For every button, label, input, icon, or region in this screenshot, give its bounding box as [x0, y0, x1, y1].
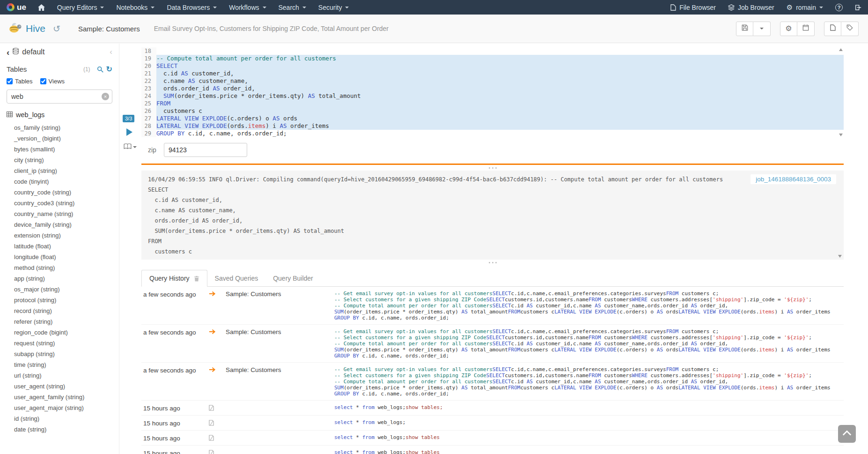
clear-search-icon[interactable]: × — [102, 93, 109, 100]
scroll-down-icon[interactable] — [839, 134, 843, 136]
editor-line[interactable]: 26 customers c — [141, 107, 844, 115]
refresh-icon[interactable]: ↻ — [106, 66, 112, 73]
history-query-name[interactable]: Sample: Customers — [226, 328, 334, 335]
query-title[interactable]: Sample: Customers — [78, 25, 140, 33]
tags-button[interactable] — [841, 22, 859, 36]
history-query-name[interactable]: Sample: Customers — [226, 290, 334, 298]
resize-grip[interactable] — [141, 165, 844, 171]
file-browser-link[interactable]: File Browser — [664, 0, 722, 15]
table-search-icon[interactable] — [97, 66, 103, 73]
editor-line[interactable]: 21 c.id AS customer_id, — [141, 70, 844, 77]
column-item[interactable]: bytes (smallint) — [7, 144, 112, 155]
column-item[interactable]: device_family (string) — [7, 219, 112, 230]
format-menu-button[interactable] — [124, 143, 137, 151]
column-item[interactable]: app (string) — [7, 273, 112, 284]
editor-line[interactable]: 19-- Compute total amount per order for … — [141, 55, 844, 62]
column-item[interactable]: request (string) — [7, 338, 112, 349]
column-item[interactable]: os_family (string) — [7, 122, 112, 133]
job-browser-link[interactable]: Job Browser — [722, 0, 780, 15]
column-item[interactable]: user_agent (string) — [7, 381, 112, 392]
save-button[interactable] — [736, 22, 753, 36]
query-history-icon[interactable]: ↺ — [53, 23, 60, 34]
history-query-name[interactable]: Sample: Customers — [226, 366, 334, 373]
table-item-web-logs[interactable]: web_logs — [7, 111, 112, 119]
editor-line[interactable]: 29GROUP BY c.id, c.name, ords.order_id; — [141, 130, 844, 137]
save-options-button[interactable] — [753, 22, 771, 36]
tab-query-history[interactable]: Query History — [141, 270, 207, 287]
nav-menu-search[interactable]: Search — [272, 0, 312, 15]
editor-line[interactable]: 25FROM — [141, 100, 844, 107]
nav-menu-workflows[interactable]: Workflows — [223, 0, 272, 15]
column-item[interactable]: date (string) — [7, 424, 112, 435]
user-menu[interactable]: ⚙ romain — [780, 0, 829, 15]
column-item[interactable]: method (string) — [7, 262, 112, 273]
scroll-to-top-button[interactable] — [838, 425, 856, 443]
table-search-input[interactable] — [7, 89, 112, 104]
tab-query-builder[interactable]: Query Builder — [265, 270, 321, 286]
log-scroll-down-icon[interactable] — [838, 255, 842, 258]
collapse-sidebar-icon[interactable]: ‹ — [110, 47, 112, 57]
column-item[interactable]: country_code3 (string) — [7, 198, 112, 208]
logout-button[interactable] — [849, 0, 868, 15]
history-row[interactable]: 15 hours agoselect * from web_logs; — [141, 416, 844, 431]
job-link[interactable]: job_1461888648136_0003 — [750, 174, 836, 184]
column-item[interactable]: extension (string) — [7, 230, 112, 241]
editor-line[interactable]: 24 SUM(order_items.price * order_items.q… — [141, 92, 844, 100]
column-item[interactable]: region_code (bigint) — [7, 327, 112, 338]
column-item[interactable]: country_code (string) — [7, 187, 112, 198]
editor-line[interactable]: 28LATERAL VIEW EXPLODE(ords.items) i AS … — [141, 122, 844, 130]
history-row[interactable]: 15 hours agoselect * from web_logs;show … — [141, 401, 844, 416]
code-editor[interactable]: 1819-- Compute total amount per order fo… — [141, 47, 844, 137]
scroll-up-icon[interactable] — [839, 48, 843, 51]
history-row[interactable]: a few seconds agoSample: Customers-- Get… — [141, 363, 844, 401]
settings-button[interactable]: ⚙ — [780, 22, 797, 36]
editor-line[interactable]: 22 c.name AS customer_name, — [141, 77, 844, 85]
tables-checkbox[interactable] — [7, 78, 13, 84]
column-item[interactable]: record (string) — [7, 305, 112, 316]
column-item[interactable]: id (string) — [7, 413, 112, 424]
help-button[interactable]: ? — [829, 0, 849, 15]
resize-grip[interactable] — [141, 260, 844, 265]
history-row[interactable]: a few seconds agoSample: Customers-- Get… — [141, 287, 844, 325]
column-item[interactable]: user_agent_family (string) — [7, 392, 112, 402]
home-button[interactable] — [32, 0, 51, 15]
nav-menu-query-editors[interactable]: Query Editors — [51, 0, 110, 15]
new-query-button[interactable] — [824, 22, 841, 36]
nav-menu-security[interactable]: Security — [312, 0, 355, 15]
nav-menu-data-browsers[interactable]: Data Browsers — [161, 0, 223, 15]
app-name[interactable]: Hive — [26, 23, 45, 34]
column-item[interactable]: protocol (string) — [7, 295, 112, 305]
history-row[interactable]: 15 hours agoselect * from web_logs;show … — [141, 431, 844, 446]
column-item[interactable]: city (string) — [7, 155, 112, 165]
column-item[interactable]: referer (string) — [7, 316, 112, 327]
column-item[interactable]: longitude (float) — [7, 252, 112, 262]
editor-line[interactable]: 18 — [141, 47, 844, 55]
execute-button[interactable] — [126, 128, 132, 136]
column-item[interactable]: subapp (string) — [7, 349, 112, 359]
column-item[interactable]: os_major (string) — [7, 284, 112, 295]
column-item[interactable]: _version_ (bigint) — [7, 133, 112, 144]
tab-saved-queries[interactable]: Saved Queries — [207, 270, 266, 286]
trash-icon[interactable] — [194, 275, 199, 282]
filter-tables[interactable]: Tables — [7, 78, 33, 85]
database-name[interactable]: default — [22, 48, 44, 56]
history-row[interactable]: a few seconds agoSample: Customers-- Get… — [141, 325, 844, 363]
back-icon[interactable]: ‹ — [7, 48, 9, 57]
nav-menu-notebooks[interactable]: Notebooks — [110, 0, 161, 15]
column-item[interactable]: client_ip (string) — [7, 165, 112, 176]
views-checkbox[interactable] — [40, 78, 46, 84]
column-item[interactable]: user_agent_major (string) — [7, 402, 112, 413]
query-log[interactable]: 16/04/29 06:59:55 INFO ql.Driver: Compil… — [141, 171, 844, 260]
filter-views[interactable]: Views — [40, 78, 65, 85]
column-item[interactable]: url (string) — [7, 370, 112, 381]
variable-zip-input[interactable] — [164, 143, 247, 157]
hue-logo[interactable]: ue — [0, 0, 32, 15]
column-item[interactable]: code (tinyint) — [7, 176, 112, 187]
editor-line[interactable]: 23 ords.order_id AS order_id, — [141, 85, 844, 92]
column-item[interactable]: time (string) — [7, 359, 112, 370]
column-item[interactable]: country_name (string) — [7, 208, 112, 219]
editor-line[interactable]: 20SELECT — [141, 62, 844, 70]
schedule-button[interactable] — [797, 22, 815, 36]
editor-scrollbar[interactable] — [838, 47, 844, 137]
column-item[interactable]: latitude (float) — [7, 241, 112, 252]
